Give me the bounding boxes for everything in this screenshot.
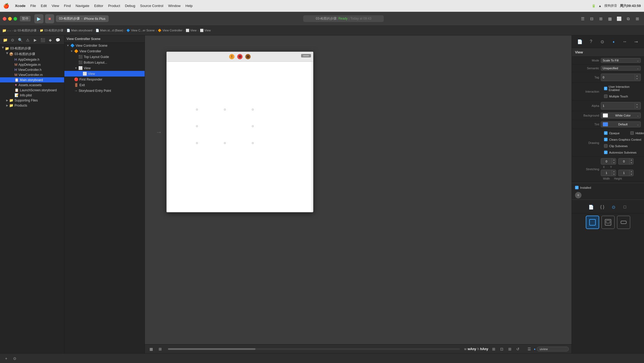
symbol-nav-btn[interactable]: ⊙ <box>9 37 16 43</box>
project-nav-btn[interactable]: 📁 <box>2 37 9 43</box>
refresh-btn[interactable]: ↺ <box>514 346 521 353</box>
file-inspector-tab[interactable]: 📄 <box>576 38 584 46</box>
wany-label[interactable]: w <box>464 347 467 351</box>
scene-vc-scene[interactable]: ▼ 🔷 View Controller Scene <box>64 43 145 48</box>
menu-edit[interactable]: Edit <box>41 4 47 8</box>
breadcrumb-group[interactable]: 📁 03-检图的步骤 <box>40 28 63 32</box>
standard-editor-btn[interactable]: ⬜ <box>615 15 623 23</box>
tree-viewcontrollerm[interactable]: M ViewController.m <box>0 72 64 77</box>
tree-mainstoryboard[interactable]: 📋 Main.storyboard <box>0 77 64 82</box>
scene-top-layout[interactable]: ⬛ Top Layout Guide <box>64 54 145 60</box>
scene-first-responder[interactable]: 🔴 First Responder <box>64 77 145 82</box>
background-color-swatch[interactable] <box>603 113 608 118</box>
search-nav-btn[interactable]: 🔍 <box>17 37 24 43</box>
scene-entry-point[interactable]: → Storyboard Entry Point <box>64 88 145 93</box>
quick-help-tab[interactable]: ? <box>587 38 595 46</box>
library-toggle[interactable]: ☰ <box>526 346 533 353</box>
menu-file[interactable]: File <box>30 4 36 8</box>
uibutton-object[interactable] <box>617 216 630 229</box>
scene-bottom-layout[interactable]: ⬛ Bottom Layout... <box>64 60 145 65</box>
stretching-h-down[interactable]: ▼ <box>630 173 633 176</box>
identity-inspector-tab[interactable]: ⊙ <box>598 38 606 46</box>
scene-vc[interactable]: ▼ 🔶 View Controller <box>64 48 145 54</box>
add-runtime-attribute-btn[interactable]: + <box>575 192 581 198</box>
tree-launchscreen[interactable]: 📋 LaunchScreen.storyboard <box>0 88 64 93</box>
tree-infoplist[interactable]: 📝 Info.plist <box>0 93 64 98</box>
opaque-checkbox[interactable]: ✓ <box>604 131 608 135</box>
scheme-selector[interactable]: 03-检图的步骤 › iPhone 6s Plus <box>56 15 109 22</box>
user-interaction-checkbox[interactable]: ✓ <box>604 87 607 90</box>
close-window-button[interactable] <box>3 17 6 21</box>
alpha-field[interactable]: 1 ▲ ▼ <box>601 102 641 110</box>
scene-view-child[interactable]: ⬜ View <box>64 71 145 77</box>
menu-editor[interactable]: Editor <box>94 4 103 8</box>
canvas-warning-btn[interactable]: ! <box>229 54 235 59</box>
tree-project[interactable]: ▶ 📦 03-检图的步骤 <box>0 51 64 57</box>
breadcrumb-storyboard[interactable]: 📄 Main.storyboard <box>67 29 92 32</box>
tree-viewcontrollerh[interactable]: H ViewController.h <box>0 67 64 72</box>
issue-nav-btn[interactable]: ⚠ <box>24 37 31 43</box>
debug-nav-btn[interactable]: ⬛ <box>39 37 46 43</box>
stretching-y-down[interactable]: ▼ <box>630 161 633 164</box>
alpha-increment[interactable]: ▲ <box>635 103 639 106</box>
library-search-input[interactable] <box>537 347 569 351</box>
inspector-toggle[interactable]: ⊞ <box>597 15 605 23</box>
canvas-constraints-btn[interactable]: ⚙ <box>237 54 243 59</box>
stretching-h-field[interactable]: ▲ ▼ <box>618 170 634 176</box>
connections-inspector-tab[interactable]: ⊸ <box>632 38 640 46</box>
debug-area-toggle[interactable]: ⊟ <box>588 15 596 23</box>
stretching-h-input[interactable] <box>619 171 629 175</box>
device-btn[interactable]: ═══ <box>301 54 311 57</box>
stretching-h-up[interactable]: ▲ <box>630 170 633 173</box>
stretching-y-input[interactable] <box>619 159 629 164</box>
file-template-lib-tab[interactable]: 📄 <box>587 203 595 211</box>
hany-label[interactable]: h <box>477 347 479 351</box>
alpha-decrement[interactable]: ▼ <box>635 106 639 109</box>
report-nav-btn[interactable]: 💬 <box>54 37 61 43</box>
uiview-object[interactable] <box>586 216 599 229</box>
tag-increment[interactable]: ▲ <box>635 74 639 77</box>
add-file-btn[interactable]: + <box>3 355 10 362</box>
breadcrumb-vc-scene[interactable]: 🔷 View C...er Scene <box>126 29 155 32</box>
stretching-x-down[interactable]: ▼ <box>612 161 616 164</box>
horizontal-scrollbar[interactable] <box>168 348 460 350</box>
filter-nav-btn[interactable]: ⊙ <box>11 355 18 362</box>
scene-exit[interactable]: 🚪 Exit <box>64 82 145 88</box>
menu-navigate[interactable]: Navigate <box>76 4 89 8</box>
breadcrumb-view1[interactable]: ⬜ View <box>186 29 197 32</box>
canvas-view[interactable] <box>167 62 312 212</box>
tree-supporting-files[interactable]: ▶ 📁 Supporting Files <box>0 98 64 103</box>
menu-product[interactable]: Product <box>108 4 120 8</box>
multiple-touch-checkbox[interactable]: ✓ <box>604 95 608 98</box>
stretching-x-input[interactable] <box>601 159 612 164</box>
tag-field[interactable]: 0 ▲ ▼ <box>601 74 641 81</box>
semantic-selector[interactable]: Unspecified ⌄ <box>601 66 641 71</box>
input-method[interactable]: 搜狗拼音 <box>604 3 617 8</box>
tree-xcassets[interactable]: ✦ Assets.xcassets <box>0 82 64 88</box>
tree-appdelegatem[interactable]: M AppDelegate.m <box>0 62 64 67</box>
run-button[interactable]: ▶ <box>34 14 43 23</box>
stretching-x-up[interactable]: ▲ <box>612 158 616 161</box>
tree-root[interactable]: ▶ 📁 03-检图的步骤 <box>0 46 64 51</box>
menu-find[interactable]: Find <box>64 4 71 8</box>
stretching-x-stepper[interactable]: ▲ ▼ <box>612 158 616 164</box>
menu-window[interactable]: Window <box>168 4 181 8</box>
hidden-checkbox[interactable]: ✓ <box>630 131 634 135</box>
stretching-y-stepper[interactable]: ▲ ▼ <box>629 158 633 164</box>
assistant-editor-btn[interactable]: ⊞ <box>633 15 641 23</box>
clears-graphics-checkbox[interactable]: ✓ <box>604 138 608 141</box>
code-snippet-lib-tab[interactable]: { } <box>598 203 606 211</box>
breadcrumb-nav-forward[interactable]: › <box>10 29 11 32</box>
breadcrumb-project[interactable]: 🗂 03-检图的步骤 <box>14 28 36 32</box>
stretching-w-input[interactable] <box>601 171 612 175</box>
add-constraint-btn[interactable]: ▦ <box>148 346 155 353</box>
navigator-toggle[interactable]: ☰ <box>579 15 587 23</box>
menu-xcode[interactable]: Xcode <box>15 4 25 8</box>
canvas-aspect-btn[interactable]: ⊞ <box>245 54 251 59</box>
stretching-w-down[interactable]: ▼ <box>612 173 616 176</box>
tree-appdelegateh[interactable]: H AppDelegate.h <box>0 57 64 62</box>
minimize-window-button[interactable] <box>8 17 12 21</box>
stretching-y-up[interactable]: ▲ <box>630 158 633 161</box>
version-editor-btn[interactable]: ⧉ <box>624 15 632 23</box>
breakpoint-nav-btn[interactable]: ◆ <box>47 37 54 43</box>
